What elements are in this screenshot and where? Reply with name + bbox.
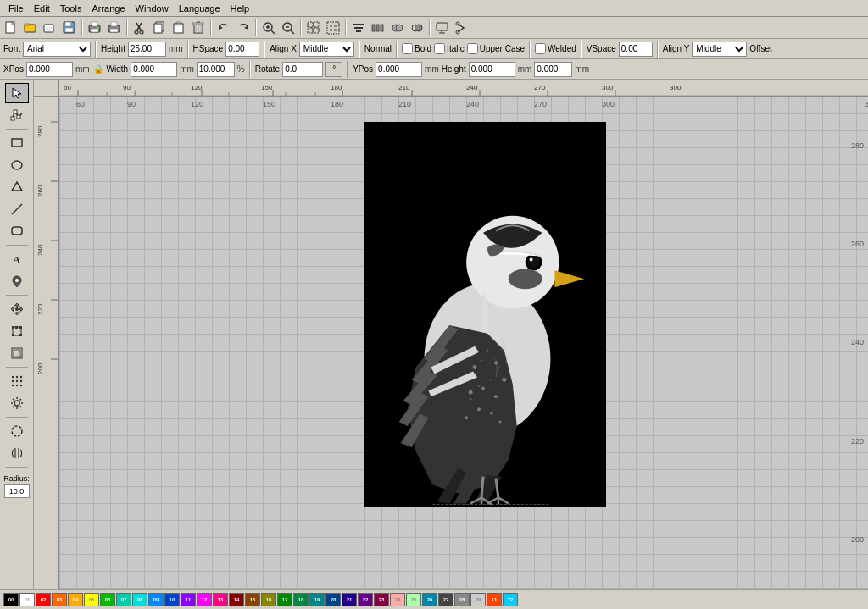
save-button[interactable]: [60, 19, 79, 37]
scissors-button[interactable]: [453, 19, 471, 37]
align-y-select[interactable]: Middle: [692, 42, 747, 57]
delete-button[interactable]: [189, 19, 208, 37]
width-input[interactable]: [131, 62, 177, 77]
redo-button[interactable]: [234, 19, 253, 37]
paste-button[interactable]: [170, 19, 188, 37]
intersect-button[interactable]: [408, 19, 426, 37]
menu-tools[interactable]: Tools: [55, 3, 87, 14]
color-15[interactable]: 15: [245, 593, 260, 606]
color-01[interactable]: 01: [19, 593, 35, 606]
rotate-unit-btn[interactable]: °: [326, 62, 342, 77]
position-props-row: XPos mm 🔒 Width mm % Rotate ° YPos mm He…: [0, 59, 868, 80]
menu-window[interactable]: Window: [131, 3, 174, 14]
color-09[interactable]: 09: [148, 593, 164, 606]
group-button[interactable]: [324, 19, 342, 37]
color-13[interactable]: 13: [213, 593, 228, 606]
open-file-button[interactable]: [41, 19, 59, 37]
color-24[interactable]: 24: [390, 593, 405, 606]
color-16[interactable]: 16: [261, 593, 276, 606]
undo-button[interactable]: [214, 19, 233, 37]
copy-button[interactable]: [150, 19, 169, 37]
align-button[interactable]: [349, 19, 368, 37]
color-04[interactable]: 04: [68, 593, 83, 606]
open-button[interactable]: [21, 19, 40, 37]
color-03[interactable]: 03: [52, 593, 67, 606]
menu-help[interactable]: Help: [225, 3, 255, 14]
ypos-input[interactable]: [376, 62, 422, 77]
upper-check[interactable]: Upper Case: [467, 43, 525, 54]
color-22[interactable]: 22: [358, 593, 373, 606]
vspace-input[interactable]: [619, 42, 653, 57]
node-edit-tool[interactable]: [5, 105, 29, 125]
canvas-area[interactable]: 60 90 120 150 180 210 240 270 300 300: [34, 80, 868, 589]
color-05[interactable]: 05: [84, 593, 99, 606]
rotate-input[interactable]: [282, 62, 323, 77]
color-06[interactable]: 06: [100, 593, 115, 606]
frame-tool[interactable]: [5, 343, 29, 363]
ellipse-tool[interactable]: [5, 155, 29, 175]
color-25[interactable]: 25: [406, 593, 421, 606]
align-x-select[interactable]: Middle: [299, 42, 354, 57]
pin-tool[interactable]: [5, 271, 29, 291]
w-pct-input[interactable]: [197, 62, 235, 77]
text-tool[interactable]: A: [5, 249, 29, 269]
radius-input[interactable]: [4, 484, 30, 498]
color-10[interactable]: 10: [164, 593, 180, 606]
rounded-rect-tool[interactable]: [5, 221, 29, 241]
italic-check[interactable]: Italic: [434, 43, 465, 54]
color-31[interactable]: 72: [503, 593, 518, 606]
menu-edit[interactable]: Edit: [29, 3, 55, 14]
h-val-input[interactable]: [534, 62, 572, 77]
new-button[interactable]: [2, 19, 20, 37]
line-tool[interactable]: [5, 199, 29, 219]
welded-check[interactable]: Welded: [535, 43, 576, 54]
select-tool[interactable]: [5, 83, 29, 103]
color-12[interactable]: 12: [197, 593, 212, 606]
color-07[interactable]: 07: [116, 593, 131, 606]
print-button[interactable]: [86, 19, 104, 37]
height-input-pos[interactable]: [469, 62, 515, 77]
color-21[interactable]: 21: [342, 593, 357, 606]
color-11[interactable]: 11: [181, 593, 196, 606]
grid-dots-tool[interactable]: [5, 371, 29, 391]
print2-button[interactable]: [105, 19, 124, 37]
select-all-button[interactable]: [304, 19, 323, 37]
color-18[interactable]: 18: [293, 593, 309, 606]
hspace-input[interactable]: [225, 42, 259, 57]
color-00[interactable]: 00: [3, 593, 19, 606]
color-26[interactable]: 26: [422, 593, 437, 606]
color-23[interactable]: 23: [374, 593, 389, 606]
menu-language[interactable]: Language: [174, 3, 225, 14]
color-17[interactable]: 17: [277, 593, 292, 606]
color-20[interactable]: 20: [326, 593, 341, 606]
menu-file[interactable]: File: [3, 3, 29, 14]
weld-button[interactable]: [388, 19, 407, 37]
bracket-tool[interactable]: [5, 443, 29, 463]
circle-outline-tool[interactable]: [5, 421, 29, 441]
color-08[interactable]: 08: [132, 593, 147, 606]
menu-arrange[interactable]: Arrange: [86, 3, 130, 14]
height-input-font[interactable]: [128, 42, 166, 57]
color-27[interactable]: 27: [438, 593, 453, 606]
color-29[interactable]: 29: [470, 593, 486, 606]
monitor-button[interactable]: [433, 19, 452, 37]
work-area[interactable]: 60 90 120 150 180 210 240 270 300 300 28…: [59, 97, 868, 589]
color-02[interactable]: 02: [36, 593, 51, 606]
zoom-out-button[interactable]: [279, 19, 298, 37]
color-28[interactable]: 28: [454, 593, 470, 606]
xpos-input[interactable]: [26, 62, 73, 77]
svg-point-75: [15, 279, 19, 282]
distribute-button[interactable]: [369, 19, 387, 37]
transform-tool[interactable]: [5, 321, 29, 341]
settings-tool[interactable]: [5, 393, 29, 413]
polygon-tool[interactable]: [5, 177, 29, 197]
cut-button[interactable]: [131, 19, 149, 37]
bold-check[interactable]: Bold: [402, 43, 431, 54]
font-select[interactable]: Arial: [23, 42, 91, 57]
zoom-in-button[interactable]: [259, 19, 278, 37]
color-19[interactable]: 19: [309, 593, 325, 606]
node-tool[interactable]: [5, 299, 29, 319]
color-14[interactable]: 14: [229, 593, 244, 606]
rect-tool[interactable]: [5, 133, 29, 153]
color-30[interactable]: 11: [487, 593, 502, 606]
